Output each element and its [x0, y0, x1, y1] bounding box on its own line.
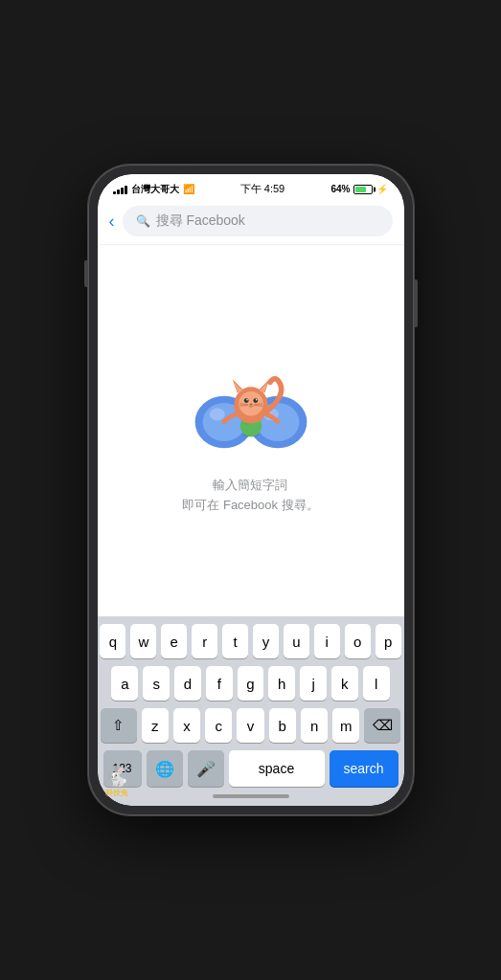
wifi-icon: 📶 [183, 184, 194, 194]
key-b[interactable]: b [269, 708, 296, 743]
carrier-name: 台灣大哥大 [131, 183, 179, 196]
hint-line2: 即可在 Facebook 搜尋。 [182, 496, 318, 516]
key-k[interactable]: k [331, 666, 358, 701]
search-input-container[interactable]: 🔍 搜尋 Facebook [123, 206, 393, 236]
key-w[interactable]: w [130, 624, 156, 658]
key-o[interactable]: o [345, 624, 371, 658]
globe-key[interactable]: 🌐 [147, 750, 183, 787]
search-placeholder: 搜尋 Facebook [156, 212, 245, 230]
keyboard-row-3: ⇧ z x c v b n m ⌫ [101, 708, 401, 743]
svg-point-19 [249, 404, 252, 406]
hint-text: 輸入簡短字詞 即可在 Facebook 搜尋。 [182, 476, 318, 516]
signal-bar-2 [117, 189, 120, 194]
home-indicator [213, 794, 289, 798]
phone-frame: 台灣大哥大 📶 下午 4:59 64% ⚡ ‹ [88, 165, 414, 815]
key-c[interactable]: c [205, 708, 232, 743]
key-r[interactable]: r [192, 624, 217, 658]
keyboard: q w e r t y u i o p a s d f g [98, 616, 404, 791]
watermark-label: 科技兔 [105, 788, 128, 798]
search-icon: 🔍 [136, 214, 150, 228]
key-m[interactable]: m [332, 708, 359, 743]
key-d[interactable]: d [174, 666, 201, 701]
key-g[interactable]: g [238, 666, 264, 701]
key-n[interactable]: n [301, 708, 328, 743]
keyboard-row-2: a s d f g h j k l [101, 666, 401, 701]
key-l[interactable]: l [363, 666, 390, 701]
svg-point-17 [246, 399, 248, 401]
keyboard-bottom-row: 123 🌐 🎤 space search [101, 750, 401, 787]
phone-inner: 台灣大哥大 📶 下午 4:59 64% ⚡ ‹ [98, 174, 404, 806]
key-z[interactable]: z [142, 708, 169, 743]
key-s[interactable]: s [143, 666, 170, 701]
key-i[interactable]: i [314, 624, 340, 658]
key-q[interactable]: q [100, 624, 125, 658]
shift-key[interactable]: ⇧ [101, 708, 137, 743]
charging-icon: ⚡ [376, 184, 388, 194]
search-key[interactable]: search [330, 750, 399, 787]
status-bar: 台灣大哥大 📶 下午 4:59 64% ⚡ [98, 174, 404, 200]
key-y[interactable]: y [253, 624, 279, 658]
battery-indicator [353, 185, 373, 194]
key-f[interactable]: f [206, 666, 233, 701]
signal-bar-1 [113, 191, 116, 194]
key-v[interactable]: v [237, 708, 263, 743]
key-h[interactable]: h [268, 666, 295, 701]
home-bar-area [98, 791, 404, 806]
status-right: 64% ⚡ [330, 184, 388, 194]
key-x[interactable]: x [173, 708, 200, 743]
signal-bar-3 [121, 188, 124, 194]
svg-point-3 [209, 409, 224, 421]
signal-bars [113, 185, 127, 194]
svg-point-15 [243, 398, 248, 403]
key-j[interactable]: j [300, 666, 327, 701]
svg-point-16 [253, 398, 258, 403]
battery-pct: 64% [330, 184, 350, 194]
content-area: 輸入簡短字詞 即可在 Facebook 搜尋。 [98, 245, 404, 616]
signal-bar-4 [125, 186, 127, 194]
hint-line1: 輸入簡短字詞 [182, 476, 318, 496]
status-left: 台灣大哥大 📶 [113, 183, 194, 196]
battery-fill [355, 187, 365, 192]
back-button[interactable]: ‹ [109, 212, 115, 232]
watermark: 🐇 科技兔 [105, 765, 129, 798]
key-p[interactable]: p [376, 624, 401, 658]
mic-key[interactable]: 🎤 [188, 750, 224, 787]
key-t[interactable]: t [222, 624, 248, 658]
screen: 台灣大哥大 📶 下午 4:59 64% ⚡ ‹ [98, 174, 404, 806]
search-bar: ‹ 🔍 搜尋 Facebook [98, 200, 404, 245]
delete-key[interactable]: ⌫ [364, 708, 400, 743]
keyboard-row-1: q w e r t y u i o p [101, 624, 401, 658]
key-e[interactable]: e [161, 624, 187, 658]
key-u[interactable]: u [284, 624, 309, 658]
space-key[interactable]: space [229, 750, 325, 787]
battery-body [353, 185, 373, 194]
svg-point-18 [255, 399, 257, 401]
search-illustration [174, 345, 328, 460]
status-time: 下午 4:59 [240, 182, 285, 196]
key-a[interactable]: a [111, 666, 138, 701]
watermark-icon: 🐇 [105, 765, 129, 788]
